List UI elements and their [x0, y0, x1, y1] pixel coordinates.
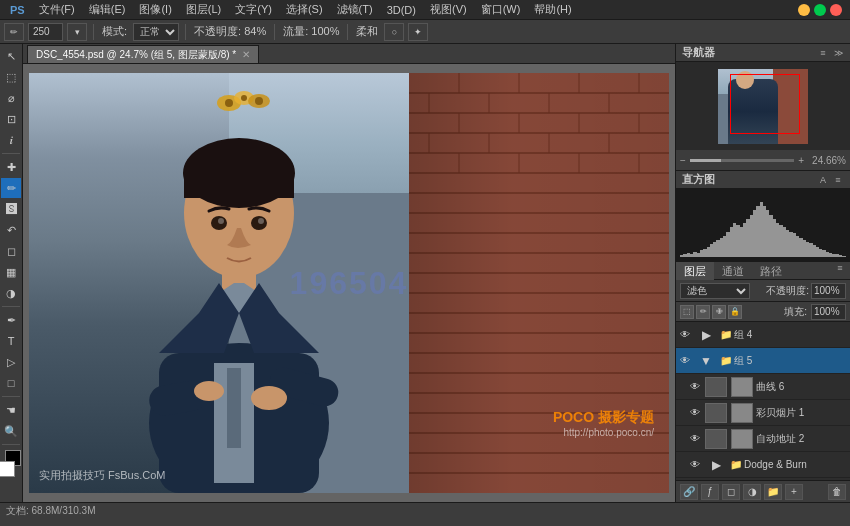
maximize-button[interactable] — [814, 4, 826, 16]
history-brush-tool[interactable]: ↶ — [1, 220, 21, 240]
layers-menu-icon[interactable]: ≡ — [834, 262, 846, 274]
crop-tool[interactable]: ⊡ — [1, 109, 21, 129]
airbrush-btn[interactable]: ○ — [384, 23, 404, 41]
photo-canvas[interactable]: 196504 POCO 摄影专题 http://photo.poco.cn/ 实… — [23, 64, 675, 502]
selection-tool[interactable]: ⬚ — [1, 67, 21, 87]
close-button[interactable] — [830, 4, 842, 16]
add-mask-btn[interactable]: ◻ — [722, 484, 740, 500]
zoom-in-icon[interactable]: + — [798, 155, 804, 166]
opacity-label: 不透明度: — [766, 284, 809, 298]
zoom-slider[interactable] — [690, 159, 794, 162]
layer-item[interactable]: 👁▶📁组 4 — [676, 322, 850, 348]
menu-file[interactable]: 文件(F) — [33, 1, 81, 18]
layer-item[interactable]: 👁▶📁Dodge & Burn — [676, 452, 850, 478]
menu-text[interactable]: 文字(Y) — [229, 1, 278, 18]
tab-paths[interactable]: 路径 — [752, 262, 790, 280]
move-tool[interactable]: ↖ — [1, 46, 21, 66]
navigator-expand-icon[interactable]: ≫ — [832, 47, 844, 59]
histogram-title: 直方图 — [682, 172, 715, 187]
navigator-collapse-icon[interactable]: ≡ — [817, 47, 829, 59]
tab-layers[interactable]: 图层 — [676, 262, 714, 280]
brush-tool-icon[interactable]: ✏ — [4, 23, 24, 41]
path-select-tool[interactable]: ▷ — [1, 352, 21, 372]
layer-item[interactable]: 👁彩贝烟片 1 — [676, 400, 850, 426]
fill-label: 填充: — [784, 305, 807, 319]
layer-visibility-toggle[interactable]: 👁 — [688, 432, 702, 446]
ps-logo[interactable]: PS — [4, 3, 31, 17]
new-adjustment-btn[interactable]: ◑ — [743, 484, 761, 500]
menu-filter[interactable]: 滤镜(T) — [331, 1, 379, 18]
histogram-panel: 直方图 A ≡ — [676, 171, 850, 261]
tab-channels[interactable]: 通道 — [714, 262, 752, 280]
layer-visibility-toggle[interactable]: 👁 — [688, 406, 702, 420]
layer-visibility-toggle[interactable]: 👁 — [678, 328, 692, 342]
eraser-tool[interactable]: ◻ — [1, 241, 21, 261]
tool-sep-1 — [2, 153, 20, 154]
new-group-btn[interactable]: 📁 — [764, 484, 782, 500]
lasso-tool[interactable]: ⌀ — [1, 88, 21, 108]
layer-visibility-toggle[interactable]: 👁 — [678, 354, 692, 368]
zoom-tool[interactable]: 🔍 — [1, 421, 21, 441]
layer-visibility-toggle[interactable]: 👁 — [688, 380, 702, 394]
navigator-content[interactable] — [676, 62, 850, 150]
menu-3d[interactable]: 3D(D) — [381, 3, 422, 17]
navigator-title: 导航器 — [682, 45, 715, 60]
layer-item[interactable]: 👁自动地址 2 — [676, 426, 850, 452]
brush-picker-btn[interactable]: ▾ — [67, 23, 87, 41]
clone-tool[interactable]: 🆂 — [1, 199, 21, 219]
mode-select[interactable]: 正常 — [133, 23, 179, 41]
minimize-button[interactable] — [798, 4, 810, 16]
layer-item[interactable]: 👁曲线 6 — [676, 374, 850, 400]
dodge-tool[interactable]: ◑ — [1, 283, 21, 303]
pen-tool[interactable]: ✒ — [1, 310, 21, 330]
eyedropper-tool[interactable]: 𝒊 — [1, 130, 21, 150]
mode-label: 模式: — [100, 22, 129, 42]
text-tool[interactable]: T — [1, 331, 21, 351]
menu-image[interactable]: 图像(I) — [133, 1, 177, 18]
fill-field[interactable] — [811, 304, 846, 320]
navigator-header: 导航器 ≡ ≫ — [676, 44, 850, 62]
layer-item[interactable]: 👁▼📁组 5 — [676, 348, 850, 374]
zoom-out-icon[interactable]: − — [680, 155, 686, 166]
svg-rect-45 — [227, 368, 241, 448]
layer-name-label: 📁组 5 — [720, 354, 848, 368]
histogram-menu-icon[interactable]: ≡ — [832, 174, 844, 186]
add-style-btn[interactable]: ƒ — [701, 484, 719, 500]
layer-visibility-toggle[interactable]: 👁 — [688, 458, 702, 472]
menu-help[interactable]: 帮助(H) — [528, 1, 577, 18]
menu-layer[interactable]: 图层(L) — [180, 1, 227, 18]
opacity-field[interactable] — [811, 283, 846, 299]
lock-all-icon[interactable]: 🔒 — [728, 305, 742, 319]
flow-label: 流量: 100% — [281, 22, 341, 42]
hand-tool[interactable]: ☚ — [1, 400, 21, 420]
lock-position-icon[interactable]: ✙ — [712, 305, 726, 319]
svg-point-65 — [241, 95, 247, 101]
navigator-view-rect[interactable] — [730, 74, 800, 134]
blend-mode-select[interactable]: 滤色 正常 正片叠底 — [680, 283, 750, 299]
menu-select[interactable]: 选择(S) — [280, 1, 329, 18]
menu-window[interactable]: 窗口(W) — [475, 1, 527, 18]
layer-mask-thumbnail — [731, 429, 753, 449]
histogram-icon[interactable]: A — [817, 174, 829, 186]
delete-layer-btn[interactable]: 🗑 — [828, 484, 846, 500]
new-layer-btn[interactable]: + — [785, 484, 803, 500]
brush-tool[interactable]: ✏ — [1, 178, 21, 198]
brush-size-field[interactable]: 250 — [28, 23, 63, 41]
tablet-btn[interactable]: ✦ — [408, 23, 428, 41]
healing-tool[interactable]: ✚ — [1, 157, 21, 177]
layer-thumbnail — [705, 403, 727, 423]
toolbar-separator-3 — [274, 24, 275, 40]
menu-edit[interactable]: 编辑(E) — [83, 1, 132, 18]
svg-point-64 — [225, 99, 233, 107]
document-tab[interactable]: DSC_4554.psd @ 24.7% (组 5, 图层蒙版/8) * ✕ — [27, 45, 259, 63]
close-tab-btn[interactable]: ✕ — [242, 49, 250, 60]
lock-transparent-icon[interactable]: ⬚ — [680, 305, 694, 319]
link-layers-btn[interactable]: 🔗 — [680, 484, 698, 500]
shape-tool[interactable]: □ — [1, 373, 21, 393]
background-color[interactable] — [0, 461, 15, 477]
gradient-tool[interactable]: ▦ — [1, 262, 21, 282]
toolbar-separator-2 — [185, 24, 186, 40]
layers-tabs: 图层 通道 路径 ≡ — [676, 262, 850, 280]
menu-view[interactable]: 视图(V) — [424, 1, 473, 18]
lock-pixels-icon[interactable]: ✏ — [696, 305, 710, 319]
